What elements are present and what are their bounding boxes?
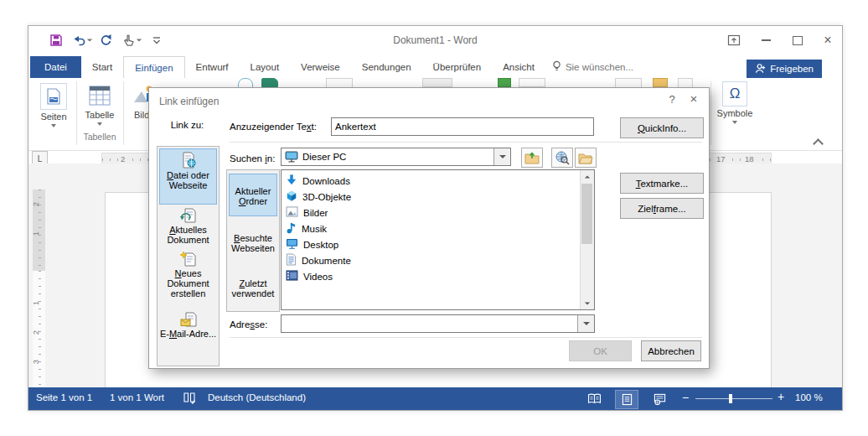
undo-dropdown-icon[interactable]	[86, 33, 93, 48]
list-item[interactable]: Videos	[286, 268, 333, 284]
share-person-icon	[755, 63, 766, 75]
bookmark-button[interactable]: Textmarke...	[620, 173, 704, 194]
tab-entwurf[interactable]: Entwurf	[185, 56, 240, 78]
ribbon-partial-icon	[261, 78, 278, 87]
read-mode-icon[interactable]	[583, 390, 605, 407]
list-item[interactable]: Musik	[286, 221, 327, 236]
zoom-out-button[interactable]: −	[682, 391, 689, 404]
address-combobox[interactable]	[281, 314, 595, 333]
undo-icon[interactable]	[72, 33, 87, 48]
quickinfo-button[interactable]: QuickInfo...	[620, 117, 704, 138]
ribbon-partial-icon	[498, 78, 511, 87]
zoom-in-button[interactable]: +	[778, 390, 784, 403]
sidebar-item-file-web[interactable]: Datei oder Webseite	[159, 148, 217, 205]
tab-start[interactable]: Start	[81, 56, 123, 78]
word-count[interactable]: 1 von 1 Wort	[110, 392, 164, 402]
cancel-button[interactable]: Abbrechen	[641, 340, 701, 361]
vertical-ruler[interactable]: 1 2 3	[33, 271, 45, 387]
list-item[interactable]: 3D-Objekte	[286, 189, 351, 205]
browse-web-button[interactable]	[551, 148, 573, 168]
symbols-label: Symbole	[716, 108, 754, 118]
tab-sendungen[interactable]: Sendungen	[351, 56, 422, 78]
touch-mode-icon[interactable]	[121, 33, 136, 48]
pages-label: Seiten	[35, 112, 72, 122]
omega-icon: Ω	[722, 81, 747, 106]
maximize-icon[interactable]	[788, 33, 807, 48]
display-text-input[interactable]	[331, 117, 594, 136]
title-bar: Dokument1 - Word ×	[28, 26, 842, 56]
sidebar-item-new-document[interactable]: Neues Dokument erstellen	[159, 249, 217, 302]
search-in-value: Dieser PC	[302, 152, 346, 162]
address-arrow-icon[interactable]	[577, 315, 594, 332]
scroll-thumb[interactable]	[581, 184, 592, 244]
sidebar-item-email-address[interactable]: E-Mail-Adre...	[159, 309, 217, 347]
file-web-icon	[160, 152, 216, 170]
list-item[interactable]: Downloads	[286, 173, 350, 189]
group-separator	[76, 81, 77, 145]
separator	[230, 337, 702, 338]
list-scrollbar[interactable]	[580, 170, 594, 309]
table-button[interactable]: Tabelle	[80, 83, 119, 126]
documents-icon	[286, 253, 297, 267]
vertical-ruler-margin[interactable]: 2 1	[33, 189, 45, 271]
collapse-ribbon-icon[interactable]	[813, 138, 824, 149]
ruler-number: 2	[31, 330, 40, 335]
search-in-arrow-icon[interactable]	[493, 148, 510, 165]
target-frame-button[interactable]: Zielframe...	[620, 198, 704, 219]
tell-me-label: Sie wünschen...	[566, 62, 633, 72]
zoom-slider-track[interactable]	[695, 398, 772, 399]
table-icon	[87, 83, 112, 108]
pages-dropdown-icon	[51, 124, 56, 127]
list-item[interactable]: Dokumente	[286, 252, 351, 268]
scope-recent-files[interactable]: Zuletzt verwendet	[229, 267, 277, 307]
zoom-level[interactable]: 100 %	[795, 392, 823, 402]
separator	[230, 142, 702, 143]
tab-einfuegen[interactable]: Einfügen	[123, 56, 184, 78]
zoom-slider-handle[interactable]	[729, 394, 732, 403]
dialog-close-icon[interactable]: ×	[685, 91, 702, 106]
sidebar-item-current-document[interactable]: Aktuelles Dokument	[159, 205, 217, 248]
ruler-number: 2	[31, 202, 40, 206]
tab-datei[interactable]: Datei	[30, 56, 81, 78]
pages-button[interactable]: Seiten	[35, 83, 72, 127]
close-icon[interactable]: ×	[819, 33, 837, 48]
scope-current-folder[interactable]: Aktueller Ordner	[229, 174, 277, 216]
ruler-number: 1	[31, 231, 40, 236]
list-item[interactable]: Desktop	[286, 236, 338, 252]
web-layout-icon[interactable]	[648, 390, 670, 407]
tab-ueberpruefen[interactable]: Überprüfen	[422, 56, 493, 78]
pictures-icon	[286, 206, 298, 219]
tab-layout[interactable]: Layout	[240, 56, 291, 78]
touch-mode-dropdown-icon[interactable]	[136, 33, 142, 48]
ok-button[interactable]: OK	[569, 340, 632, 361]
scroll-up-icon[interactable]	[581, 170, 594, 183]
tab-ansicht[interactable]: Ansicht	[492, 56, 545, 78]
tell-me-box[interactable]: Sie wünschen...	[545, 56, 640, 78]
proofing-icon[interactable]	[183, 392, 196, 406]
ruler-number: 1	[31, 301, 40, 305]
tab-verweise[interactable]: Verweise	[290, 56, 351, 78]
print-layout-icon[interactable]	[615, 390, 638, 409]
link-to-sidebar: Datei oder Webseite Aktuelles Dokument N…	[157, 146, 220, 366]
up-one-folder-button[interactable]	[521, 148, 543, 168]
tables-group-label: Tabellen	[80, 132, 119, 142]
scope-browsed-pages[interactable]: Besuchte Webseiten	[229, 222, 277, 262]
share-button[interactable]: Freigeben	[747, 60, 822, 78]
redo-icon[interactable]	[99, 33, 114, 48]
symbols-button[interactable]: Ω Symbole	[716, 81, 754, 124]
list-item[interactable]: Bilder	[286, 205, 328, 221]
ribbon-partial-icon	[653, 78, 668, 87]
group-separator	[123, 81, 124, 145]
save-icon[interactable]	[49, 33, 64, 48]
ribbon-display-options-icon[interactable]	[725, 33, 743, 48]
browse-file-button[interactable]	[575, 148, 597, 168]
minimize-icon[interactable]	[757, 33, 775, 48]
scroll-down-icon[interactable]	[581, 297, 594, 309]
status-bar: Seite 1 von 1 1 von 1 Wort Deutsch (Deut…	[28, 387, 842, 410]
language-status[interactable]: Deutsch (Deutschland)	[208, 392, 306, 402]
desktop-icon	[286, 238, 298, 251]
dialog-help-icon[interactable]: ?	[664, 93, 680, 106]
customize-qat-icon[interactable]	[149, 33, 164, 48]
search-in-dropdown[interactable]: Dieser PC	[281, 148, 511, 166]
page-count[interactable]: Seite 1 von 1	[36, 392, 92, 402]
